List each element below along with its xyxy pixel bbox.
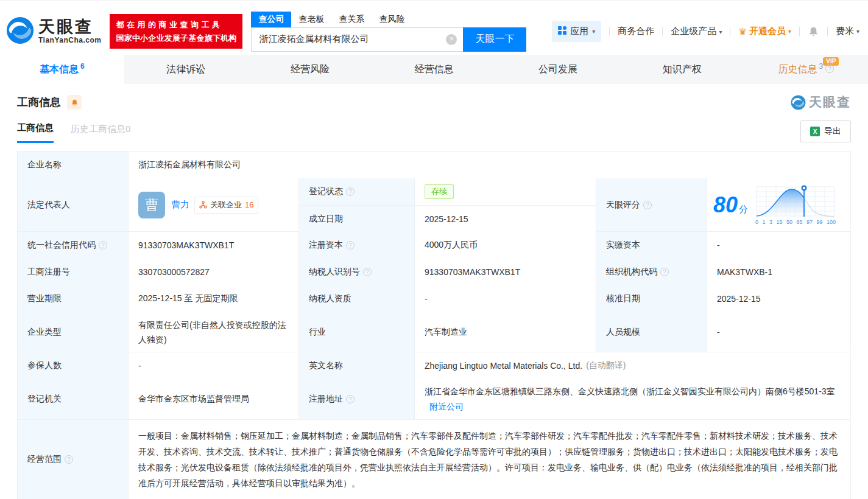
help-icon[interactable]: ? (65, 455, 73, 464)
reg-address-label: 注册地址? (299, 379, 415, 419)
help-icon[interactable]: ? (660, 268, 669, 276)
english-name-label: 英文名称 (299, 352, 415, 379)
nav-business-cooperation[interactable]: 商务合作 (618, 26, 654, 37)
sub-tab-row: 工商信息 历史工商信息0 X 导出 (0, 111, 868, 145)
table-row: 工商注册号 330703000572827 纳税人识别号? 91330703MA… (18, 259, 850, 285)
divider (730, 27, 730, 37)
taxpayer-id-value: 91330703MAK3TWXB1T (415, 259, 596, 285)
table-row: 企业类型 有限责任公司(非自然人投资或控股的法人独资) 行业 汽车制造业 人员规… (18, 312, 850, 352)
org-chart-icon (199, 201, 207, 209)
help-icon[interactable]: ? (643, 201, 652, 209)
watermark-logo: 天眼查 (791, 94, 851, 111)
watermark-swirl-icon (791, 95, 806, 110)
legal-rep-label: 法定代表人 (18, 178, 129, 231)
help-icon[interactable]: ? (363, 268, 372, 276)
score-chart: 0131550859799100 (755, 184, 836, 225)
export-button[interactable]: X 导出 (800, 120, 851, 142)
legal-rep-avatar[interactable]: 曹 (138, 192, 165, 218)
search-tab-boss[interactable]: 查老板 (291, 12, 331, 27)
search-field: × (251, 27, 463, 52)
credit-code-value: 91330703MAK3TWXB1T (129, 232, 299, 259)
reg-status-label: 登记状态? (299, 178, 415, 205)
table-subrow: 成立日期 2025-12-15 (299, 206, 596, 232)
tab-count: 3 (819, 62, 823, 71)
insured-count-label: 参保人数 (18, 352, 129, 379)
related-label: 关联企业 (210, 200, 242, 211)
chevron-down-icon: ▾ (788, 28, 791, 35)
tab-company-development[interactable]: 公司发展 (496, 55, 620, 84)
score-unit: 分 (739, 204, 748, 214)
reg-address-cell: 浙江省金华市金东区塘雅镇纵三路东侧、金义快速路北侧（浙江金义智园实业有限公司内）… (415, 379, 850, 419)
search-tab-company[interactable]: 查公司 (251, 12, 291, 27)
export-label: 导出 (824, 126, 841, 137)
search-tab-risk[interactable]: 查风险 (372, 12, 412, 27)
reg-number-value: 330703000572827 (129, 259, 299, 285)
establish-date-label: 成立日期 (299, 206, 415, 232)
tab-intellectual-property[interactable]: 知识产权 (620, 55, 744, 84)
reg-capital-value: 4000万人民币 (415, 232, 596, 259)
company-type-label: 企业类型 (18, 312, 129, 352)
taxpayer-quality-label: 纳税人资质 (299, 285, 415, 312)
subscribe-bell-icon[interactable] (67, 95, 82, 110)
tab-operation-risk[interactable]: 经营风险 (248, 55, 372, 84)
tab-history-info[interactable]: VIP 历史信息3 ? (744, 55, 868, 84)
related-companies-badge[interactable]: 关联企业 16 (194, 197, 258, 214)
nav-enterprise-products[interactable]: 企业级产品 ▾ (671, 26, 722, 37)
table-row: 登记机关 金华市金东区市场监督管理局 注册地址? 浙江省金华市金东区塘雅镇纵三路… (18, 379, 850, 420)
english-name-value: Zhejiang Lingtuo Metal Materials Co., Lt… (415, 352, 850, 379)
score-label: 天眼评分? (596, 178, 707, 231)
chevron-down-icon: ▾ (856, 28, 859, 35)
user-menu[interactable]: 费米 ▾ (836, 26, 859, 37)
company-type-value: 有限责任公司(非自然人投资或控股的法人独资) (129, 312, 299, 352)
brand-swirl-icon (6, 16, 34, 46)
header-logo[interactable]: 天眼查 TianYanCha.com (6, 16, 101, 46)
score-axis-ticks: 0131550859799100 (755, 219, 836, 225)
staff-size-label: 人员规模 (596, 312, 707, 352)
search-input[interactable] (252, 34, 446, 44)
table-row: 参保人数 - 英文名称 Zhejiang Lingtuo Metal Mater… (18, 352, 850, 379)
divider (799, 27, 800, 37)
help-icon[interactable]: ? (346, 241, 355, 250)
search-button[interactable]: 天眼一下 (463, 27, 526, 52)
subtab-business-info[interactable]: 工商信息 (17, 122, 54, 143)
header-nav: 应用 ▾ 商务合作 企业级产品 ▾ ♛ 开通会员 ▾ 费米 ▾ (552, 21, 859, 42)
tab-operation-info[interactable]: 经营信息 (372, 55, 496, 84)
table-row: 企业名称 浙江凌拓金属材料有限公司 (18, 152, 850, 178)
legal-rep-name-link[interactable]: 曹力 (171, 199, 189, 211)
industry-label: 行业 (299, 312, 415, 352)
help-icon[interactable]: ? (825, 65, 834, 73)
apps-menu[interactable]: 应用 ▾ (552, 21, 601, 42)
clear-icon[interactable]: × (446, 34, 457, 45)
section-title: 工商信息 (17, 95, 61, 110)
business-scope-label: 经营范围? (18, 420, 129, 499)
credit-code-label: 统一社会信用代码? (18, 232, 129, 259)
help-icon[interactable]: ? (346, 395, 355, 403)
paid-capital-value: - (707, 232, 850, 259)
search-area: 查公司 查老板 查关系 查风险 × 天眼一下 (251, 12, 526, 52)
company-name-label: 企业名称 (18, 152, 129, 178)
search-type-tabs: 查公司 查老板 查关系 查风险 (251, 12, 526, 27)
excel-icon: X (810, 127, 820, 136)
approval-date-value: 2025-12-15 (707, 285, 850, 312)
promo-line2: 国家中小企业发展子基金旗下机构 (116, 32, 236, 44)
tab-legal-litigation[interactable]: 法律诉讼 (124, 55, 249, 84)
divider (827, 27, 828, 37)
related-count: 16 (245, 200, 253, 209)
business-scope-value: 一般项目：金属材料销售；钢压延加工；金属材料制造；金属制品销售；汽车零部件及配件… (129, 420, 850, 499)
paid-capital-label: 实缴资本 (596, 232, 707, 259)
tab-basic-info[interactable]: 基本信息6 (0, 55, 124, 84)
search-tab-relation[interactable]: 查关系 (331, 12, 372, 27)
help-icon[interactable]: ? (346, 187, 355, 196)
apps-grid-icon (558, 26, 566, 37)
promo-line1: 都在用的商业查询工具 (116, 18, 236, 31)
subtab-history-business-info[interactable]: 历史工商信息0 (71, 124, 130, 142)
open-membership-link[interactable]: ♛ 开通会员 ▾ (738, 26, 791, 37)
reg-authority-value: 金华市金东区市场监督管理局 (129, 379, 299, 419)
table-row: 统一社会信用代码? 91330703MAK3TWXB1T 注册资本? 4000万… (18, 232, 850, 259)
org-code-label: 组织机构代码? (596, 259, 707, 285)
reg-capital-label: 注册资本? (299, 232, 415, 259)
notification-bell-icon[interactable] (808, 26, 819, 37)
nearby-companies-link[interactable]: 附近公司 (429, 402, 464, 411)
help-icon[interactable]: ? (99, 241, 107, 250)
apps-label: 应用 (570, 26, 588, 37)
